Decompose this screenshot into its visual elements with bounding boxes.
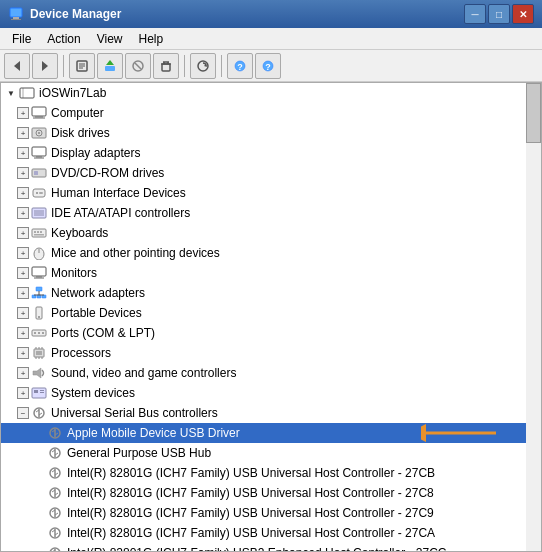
tree-item-display-adapters[interactable]: + Display adapters <box>1 143 526 163</box>
item-label-intel-27cc: Intel(R) 82801G (ICH7 Family) USB2 Enhan… <box>67 546 446 552</box>
back-button[interactable] <box>4 53 30 79</box>
item-label-intel-27c8: Intel(R) 82801G (ICH7 Family) USB Univer… <box>67 486 434 500</box>
svg-rect-36 <box>34 171 38 175</box>
item-label-disk-drives: Disk drives <box>51 126 110 140</box>
item-icon-system-devices <box>31 385 47 401</box>
svg-rect-28 <box>33 118 45 119</box>
tree-item-mice[interactable]: + Mice and other pointing devices <box>1 243 526 263</box>
device-tree[interactable]: ▼ iOSWin7Lab + Computer + Disk drives + … <box>0 82 526 552</box>
expand-icon-network[interactable]: + <box>17 287 29 299</box>
tree-item-network[interactable]: + Network adapters <box>1 283 526 303</box>
menu-action[interactable]: Action <box>39 30 88 48</box>
update-driver-button[interactable] <box>97 53 123 79</box>
item-label-intel-27c9: Intel(R) 82801G (ICH7 Family) USB Univer… <box>67 506 434 520</box>
tree-item-dvd-rom[interactable]: + DVD/CD-ROM drives <box>1 163 526 183</box>
expand-icon-sound[interactable]: + <box>17 367 29 379</box>
item-label-apple-mobile: Apple Mobile Device USB Driver <box>67 426 240 440</box>
svg-marker-4 <box>42 61 48 71</box>
svg-rect-44 <box>32 229 46 237</box>
tree-item-apple-mobile[interactable]: Apple Mobile Device USB Driver <box>1 423 526 443</box>
close-button[interactable]: ✕ <box>512 4 534 24</box>
maximize-button[interactable]: □ <box>488 4 510 24</box>
help-button[interactable]: ? <box>227 53 253 79</box>
tree-item-intel-27c9[interactable]: Intel(R) 82801G (ICH7 Family) USB Univer… <box>1 503 526 523</box>
tree-item-hid[interactable]: + Human Interface Devices <box>1 183 526 203</box>
svg-text:?: ? <box>265 62 271 72</box>
minimize-button[interactable]: ─ <box>464 4 486 24</box>
svg-rect-46 <box>37 231 39 233</box>
item-icon-disk-drives <box>31 125 47 141</box>
svg-rect-78 <box>40 392 44 393</box>
tree-item-processors[interactable]: + Processors <box>1 343 526 363</box>
expand-icon-ports[interactable]: + <box>17 327 29 339</box>
tree-item-intel-27cb[interactable]: Intel(R) 82801G (ICH7 Family) USB Univer… <box>1 463 526 483</box>
svg-marker-74 <box>33 368 41 378</box>
expand-icon-computer[interactable]: + <box>17 107 29 119</box>
expand-icon-disk-drives[interactable]: + <box>17 127 29 139</box>
expand-icon-usb-controllers[interactable]: − <box>17 407 29 419</box>
tree-item-intel-27c8[interactable]: Intel(R) 82801G (ICH7 Family) USB Univer… <box>1 483 526 503</box>
expand-icon-dvd-rom[interactable]: + <box>17 167 29 179</box>
window-title: Device Manager <box>30 7 464 21</box>
item-label-ide: IDE ATA/ATAPI controllers <box>51 206 190 220</box>
toolbar: ? ? <box>0 50 542 82</box>
item-icon-display-adapters <box>31 145 47 161</box>
window-controls[interactable]: ─ □ ✕ <box>464 4 534 24</box>
tree-item-monitors[interactable]: + Monitors <box>1 263 526 283</box>
svg-rect-76 <box>34 390 38 393</box>
forward-button[interactable] <box>32 53 58 79</box>
scrollbar-thumb[interactable] <box>526 83 541 143</box>
item-icon-general-hub <box>47 445 63 461</box>
item-label-ports: Ports (COM & LPT) <box>51 326 155 340</box>
expand-icon-mice[interactable]: + <box>17 247 29 259</box>
tree-item-computer[interactable]: + Computer <box>1 103 526 123</box>
help2-button[interactable]: ? <box>255 53 281 79</box>
tree-item-sound[interactable]: + Sound, video and game controllers <box>1 363 526 383</box>
item-icon-ports <box>31 325 47 341</box>
svg-rect-0 <box>10 8 22 17</box>
svg-point-64 <box>38 332 40 334</box>
expand-root-icon: ▼ <box>5 87 17 99</box>
item-label-hid: Human Interface Devices <box>51 186 186 200</box>
svg-rect-13 <box>162 64 170 71</box>
expand-icon-keyboards[interactable]: + <box>17 227 29 239</box>
tree-root[interactable]: ▼ iOSWin7Lab <box>1 83 526 103</box>
svg-rect-32 <box>32 147 46 156</box>
menu-file[interactable]: File <box>4 30 39 48</box>
tree-item-usb-controllers[interactable]: − Universal Serial Bus controllers <box>1 403 526 423</box>
expand-icon-ide[interactable]: + <box>17 207 29 219</box>
tree-item-intel-27ca[interactable]: Intel(R) 82801G (ICH7 Family) USB Univer… <box>1 523 526 543</box>
expand-icon-monitors[interactable]: + <box>17 267 29 279</box>
properties-button[interactable] <box>69 53 95 79</box>
scrollbar[interactable] <box>526 82 542 552</box>
tree-item-general-hub[interactable]: General Purpose USB Hub <box>1 443 526 463</box>
item-label-sound: Sound, video and game controllers <box>51 366 236 380</box>
tree-item-system-devices[interactable]: + System devices <box>1 383 526 403</box>
tree-item-ports[interactable]: + Ports (COM & LPT) <box>1 323 526 343</box>
uninstall-button[interactable] <box>153 53 179 79</box>
svg-rect-1 <box>13 17 19 19</box>
tree-item-ide[interactable]: + IDE ATA/ATAPI controllers <box>1 203 526 223</box>
scan-button[interactable] <box>190 53 216 79</box>
expand-icon-display-adapters[interactable]: + <box>17 147 29 159</box>
tree-item-portable[interactable]: + Portable Devices <box>1 303 526 323</box>
item-icon-sound <box>31 365 47 381</box>
disable-button[interactable] <box>125 53 151 79</box>
expand-icon-hid[interactable]: + <box>17 187 29 199</box>
expand-icon-processors[interactable]: + <box>17 347 29 359</box>
tree-item-keyboards[interactable]: + Keyboards <box>1 223 526 243</box>
title-bar: Device Manager ─ □ ✕ <box>0 0 542 28</box>
item-label-system-devices: System devices <box>51 386 135 400</box>
menu-view[interactable]: View <box>89 30 131 48</box>
item-label-keyboards: Keyboards <box>51 226 108 240</box>
svg-point-65 <box>42 332 44 334</box>
svg-text:?: ? <box>237 62 243 72</box>
svg-rect-47 <box>40 231 42 233</box>
tree-item-intel-27cc[interactable]: Intel(R) 82801G (ICH7 Family) USB2 Enhan… <box>1 543 526 552</box>
menu-help[interactable]: Help <box>131 30 172 48</box>
svg-marker-10 <box>106 60 114 65</box>
expand-icon-system-devices[interactable]: + <box>17 387 29 399</box>
svg-point-63 <box>34 332 36 334</box>
expand-icon-portable[interactable]: + <box>17 307 29 319</box>
tree-item-disk-drives[interactable]: + Disk drives <box>1 123 526 143</box>
